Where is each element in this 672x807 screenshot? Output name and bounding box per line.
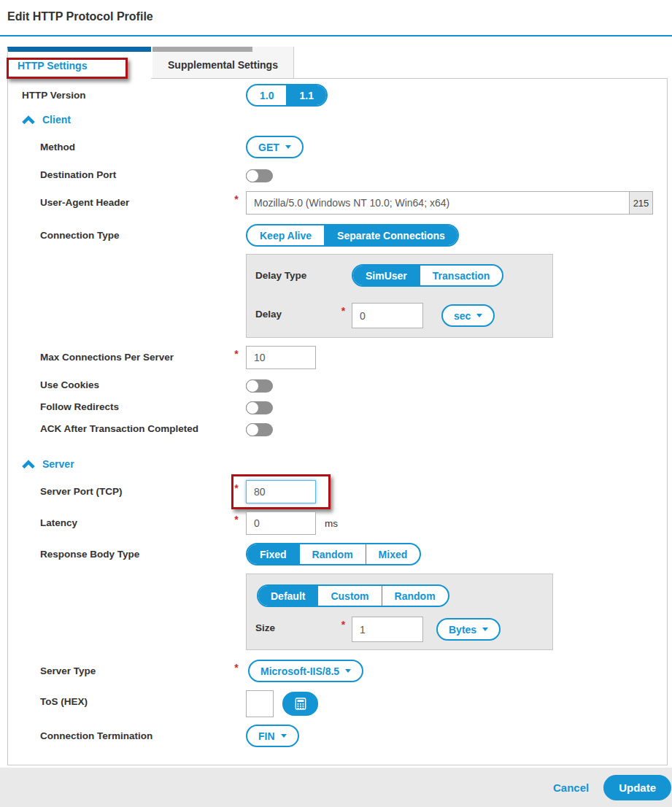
user-agent-label: User-Agent Header bbox=[8, 191, 227, 209]
size-input[interactable] bbox=[352, 617, 423, 642]
toggle-knob bbox=[246, 401, 259, 414]
connection-type-option-separate[interactable]: Separate Connections bbox=[324, 225, 457, 245]
latency-input[interactable] bbox=[246, 511, 316, 535]
tab-http-settings-label: HTTP Settings bbox=[18, 60, 87, 72]
required-marker: * bbox=[335, 303, 352, 317]
connection-termination-dropdown[interactable]: FIN bbox=[246, 725, 299, 747]
response-body-type-label: Response Body Type bbox=[8, 543, 227, 560]
delay-row: Delay * sec bbox=[247, 303, 552, 328]
server-section-header[interactable]: Server bbox=[8, 458, 667, 470]
caret-down-icon bbox=[345, 669, 351, 673]
connection-termination-value: FIN bbox=[258, 730, 275, 742]
required-marker: * bbox=[227, 511, 246, 525]
body-source-option-random[interactable]: Random bbox=[382, 586, 448, 606]
user-agent-row: User-Agent Header * 215 bbox=[8, 191, 667, 215]
calculator-icon bbox=[295, 697, 306, 711]
user-agent-input-wrap: 215 bbox=[246, 191, 653, 215]
delay-type-label: Delay Type bbox=[247, 264, 335, 281]
chevron-up-icon bbox=[22, 460, 35, 469]
size-unit-dropdown: Bytes bbox=[436, 618, 501, 641]
required-marker: * bbox=[227, 660, 246, 673]
delay-input[interactable] bbox=[352, 303, 423, 328]
method-dropdown-value: GET bbox=[258, 142, 279, 153]
follow-redirects-label: Follow Redirects bbox=[8, 401, 227, 413]
connection-type-option-keep-alive[interactable]: Keep Alive bbox=[247, 225, 324, 245]
response-body-option-mixed[interactable]: Mixed bbox=[366, 544, 420, 564]
tab-http-settings[interactable]: HTTP Settings bbox=[7, 47, 151, 79]
tos-label: ToS (HEX) bbox=[8, 690, 227, 708]
size-label: Size bbox=[247, 617, 335, 633]
latency-unit-label: ms bbox=[325, 511, 338, 529]
max-connections-row: Max Connections Per Server * bbox=[8, 346, 667, 369]
required-marker: * bbox=[227, 480, 246, 494]
method-dropdown[interactable]: GET bbox=[246, 136, 304, 158]
user-agent-length-counter: 215 bbox=[629, 192, 652, 214]
update-button[interactable]: Update bbox=[603, 775, 671, 800]
destination-port-row: Destination Port bbox=[8, 169, 667, 182]
dialog-footer: Cancel Update bbox=[0, 768, 672, 807]
delay-type-option-simuser[interactable]: SimUser bbox=[353, 266, 420, 285]
max-connections-label: Max Connections Per Server bbox=[8, 346, 227, 363]
server-type-value: Microsoft-IIS/8.5 bbox=[260, 665, 339, 677]
connection-termination-row: Connection Termination FIN bbox=[8, 725, 667, 747]
max-connections-input[interactable] bbox=[246, 346, 316, 369]
server-type-row: Server Type * Microsoft-IIS/8.5 bbox=[8, 660, 667, 682]
http-version-option-1-0[interactable]: 1.0 bbox=[247, 85, 286, 105]
http-version-option-1-1[interactable]: 1.1 bbox=[286, 85, 325, 105]
client-section-header[interactable]: Client bbox=[8, 114, 667, 126]
response-body-type-segmented: Fixed Random Mixed bbox=[246, 543, 421, 565]
chevron-up-icon bbox=[22, 115, 35, 125]
use-cookies-row: Use Cookies bbox=[8, 379, 667, 393]
server-port-input[interactable] bbox=[246, 480, 316, 503]
connection-type-label: Connection Type bbox=[8, 224, 227, 242]
tos-input[interactable] bbox=[246, 690, 274, 717]
caret-down-icon bbox=[285, 145, 291, 149]
delay-type-option-transaction[interactable]: Transaction bbox=[420, 266, 503, 285]
server-port-label: Server Port (TCP) bbox=[8, 480, 227, 498]
size-row: Size * Bytes bbox=[247, 617, 552, 642]
page-title: Edit HTTP Protocol Profile bbox=[0, 0, 672, 23]
required-marker: * bbox=[227, 191, 246, 205]
size-unit-value: Bytes bbox=[449, 624, 476, 636]
method-label: Method bbox=[8, 136, 227, 153]
http-settings-panel: HTTP Version 1.0 1.1 Client Method GET D… bbox=[7, 78, 668, 765]
connection-type-row: Connection Type Keep Alive Separate Conn… bbox=[8, 224, 667, 247]
server-section-label: Server bbox=[42, 458, 74, 470]
title-divider bbox=[0, 35, 672, 36]
caret-down-icon bbox=[482, 628, 488, 631]
server-type-dropdown[interactable]: Microsoft-IIS/8.5 bbox=[248, 660, 363, 682]
cancel-button[interactable]: Cancel bbox=[553, 781, 589, 794]
toggle-knob bbox=[246, 379, 259, 393]
follow-redirects-toggle[interactable] bbox=[246, 401, 273, 414]
delay-type-segmented: SimUser Transaction bbox=[352, 264, 503, 287]
response-body-type-row: Response Body Type Fixed Random Mixed bbox=[8, 543, 667, 565]
http-version-label: HTTP Version bbox=[8, 84, 227, 101]
required-marker: * bbox=[335, 617, 352, 630]
body-size-sub-panel: Default Custom Random Size * Bytes bbox=[246, 574, 553, 650]
destination-port-label: Destination Port bbox=[8, 169, 227, 181]
delay-sub-panel: Delay Type SimUser Transaction Delay * s… bbox=[246, 254, 553, 338]
latency-row: Latency * ms bbox=[8, 511, 667, 535]
response-body-option-random[interactable]: Random bbox=[299, 544, 366, 564]
tab-supplemental-settings[interactable]: Supplemental Settings bbox=[152, 47, 294, 78]
http-version-segmented: 1.0 1.1 bbox=[246, 84, 328, 107]
connection-type-segmented: Keep Alive Separate Connections bbox=[246, 224, 459, 247]
server-type-label: Server Type bbox=[8, 660, 227, 677]
destination-port-toggle[interactable] bbox=[246, 169, 273, 182]
body-source-row: Default Custom Random bbox=[247, 584, 552, 607]
user-agent-input[interactable] bbox=[246, 191, 653, 215]
body-source-option-custom[interactable]: Custom bbox=[317, 586, 381, 606]
body-source-segmented: Default Custom Random bbox=[257, 584, 449, 607]
http-version-row: HTTP Version 1.0 1.1 bbox=[8, 84, 667, 107]
delay-unit-value: sec bbox=[454, 310, 471, 322]
use-cookies-label: Use Cookies bbox=[8, 379, 227, 391]
tos-calculator-button[interactable] bbox=[282, 692, 318, 716]
use-cookies-toggle[interactable] bbox=[246, 379, 273, 393]
response-body-option-fixed[interactable]: Fixed bbox=[247, 544, 299, 564]
toggle-knob bbox=[246, 169, 259, 182]
delay-type-row: Delay Type SimUser Transaction bbox=[247, 264, 552, 287]
required-marker: * bbox=[227, 346, 246, 360]
body-source-option-default[interactable]: Default bbox=[258, 586, 317, 606]
ack-after-transaction-toggle[interactable] bbox=[246, 423, 273, 436]
method-row: Method GET bbox=[8, 136, 667, 158]
